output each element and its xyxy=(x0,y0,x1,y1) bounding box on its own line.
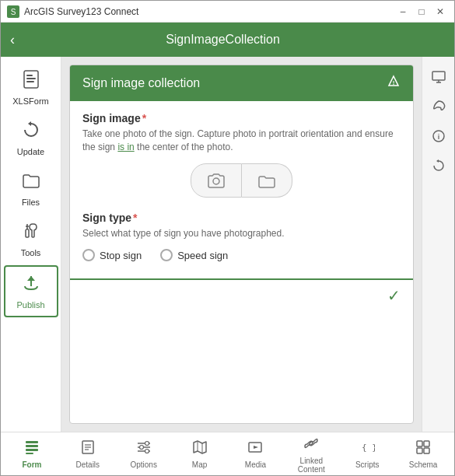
linked-content-tab-icon xyxy=(303,436,319,455)
tab-schema[interactable]: Schema xyxy=(404,436,443,473)
options-tab-label: Options xyxy=(130,460,156,470)
svg-rect-18 xyxy=(26,445,38,447)
radio-stop-label: Stop sign xyxy=(100,250,142,261)
sidebar-item-publish[interactable]: Publish xyxy=(4,265,58,317)
sidebar-item-tools[interactable]: Tools xyxy=(4,215,58,264)
svg-rect-20 xyxy=(26,453,33,454)
back-button[interactable]: ‹ xyxy=(10,32,15,48)
form-tab-label: Form xyxy=(22,460,41,470)
files-label: Files xyxy=(22,198,40,207)
sign-type-radio-group: Stop sign Speed sign xyxy=(82,249,401,261)
sidebar-item-xlsform[interactable]: XLSForm xyxy=(4,63,58,112)
image-capture-area xyxy=(82,163,401,198)
palette-icon[interactable] xyxy=(426,94,451,119)
tools-icon xyxy=(21,221,41,246)
app-title: SignImageCollection xyxy=(24,33,422,47)
app-header: ‹ SignImageCollection xyxy=(1,23,454,57)
app-name: ArcGIS Survey123 Connect xyxy=(24,6,395,17)
tab-linked-content[interactable]: LinkedContent xyxy=(292,432,331,476)
app-icon: S xyxy=(7,5,19,18)
maximize-button[interactable]: □ xyxy=(414,4,429,19)
schema-tab-icon xyxy=(415,439,431,459)
sidebar-item-update[interactable]: Update xyxy=(4,114,58,163)
scripts-tab-label: Scripts xyxy=(355,460,380,470)
update-label: Update xyxy=(17,147,44,156)
sign-type-required: * xyxy=(133,212,137,224)
tab-media[interactable]: Media xyxy=(236,436,275,473)
details-tab-icon xyxy=(80,439,96,459)
sign-image-hint: Take one photo of the sign. Capture phot… xyxy=(82,128,401,154)
sign-type-hint: Select what type of sign you have photog… xyxy=(82,227,401,240)
camera-button[interactable] xyxy=(191,163,242,198)
update-icon xyxy=(21,120,41,145)
linked-content-tab-label: LinkedContent xyxy=(298,457,325,474)
info-icon[interactable]: i xyxy=(426,124,451,149)
svg-rect-37 xyxy=(417,441,422,446)
media-tab-icon xyxy=(247,439,263,459)
card-header-alert-icon: ! xyxy=(387,75,401,92)
svg-point-30 xyxy=(145,450,149,453)
xlsform-label: XLSForm xyxy=(12,96,48,106)
tools-label: Tools xyxy=(21,248,41,257)
svg-point-28 xyxy=(145,442,149,446)
scripts-tab-icon: { } xyxy=(359,439,375,459)
card-header: Sign image collection ! xyxy=(70,65,413,101)
minimize-button[interactable]: – xyxy=(395,4,411,19)
publish-icon xyxy=(21,273,41,298)
svg-rect-4 xyxy=(26,78,36,79)
svg-marker-8 xyxy=(27,276,35,281)
form-tab-icon xyxy=(24,439,40,459)
sidebar-item-files[interactable]: Files xyxy=(4,164,58,213)
radio-speed-circle xyxy=(160,249,173,261)
tab-details[interactable]: Details xyxy=(68,436,107,473)
svg-text:S: S xyxy=(11,8,16,16)
window-controls: – □ ✕ xyxy=(395,4,448,19)
main-layout: XLSForm Update Files xyxy=(1,57,454,432)
folder-button[interactable] xyxy=(242,163,292,198)
svg-marker-16 xyxy=(436,159,439,163)
svg-rect-39 xyxy=(417,448,422,453)
schema-tab-label: Schema xyxy=(409,460,438,470)
options-tab-icon xyxy=(136,439,152,459)
svg-text:i: i xyxy=(437,133,439,141)
bottom-tabs: Form Details Options xyxy=(1,432,454,476)
sign-type-label: Sign type* xyxy=(82,212,401,224)
radio-speed-label: Speed sign xyxy=(177,250,228,261)
sign-image-required: * xyxy=(142,112,146,124)
survey-card: Sign image collection ! Sign image* Take… xyxy=(69,65,414,424)
tab-map[interactable]: Map xyxy=(180,436,219,473)
tab-scripts[interactable]: { } Scripts xyxy=(348,436,387,473)
files-icon xyxy=(21,170,41,195)
svg-rect-3 xyxy=(26,75,33,76)
svg-rect-17 xyxy=(26,441,38,443)
svg-point-29 xyxy=(139,446,143,450)
monitor-icon[interactable] xyxy=(426,65,451,89)
svg-rect-11 xyxy=(432,72,445,80)
refresh-icon[interactable] xyxy=(426,153,451,178)
radio-stop-circle xyxy=(82,249,95,261)
right-sidebar: i xyxy=(422,57,454,432)
close-button[interactable]: ✕ xyxy=(432,4,448,19)
svg-text:{  }: { } xyxy=(362,443,375,453)
sign-image-label: Sign image* xyxy=(82,112,401,124)
svg-text:!: ! xyxy=(393,79,395,86)
card-header-title: Sign image collection xyxy=(82,76,200,90)
svg-rect-38 xyxy=(424,441,429,446)
tab-form[interactable]: Form xyxy=(12,436,51,473)
svg-rect-40 xyxy=(424,448,429,453)
svg-rect-19 xyxy=(26,449,38,451)
map-tab-label: Map xyxy=(192,460,207,470)
details-tab-label: Details xyxy=(76,460,100,470)
card-body: Sign image* Take one photo of the sign. … xyxy=(70,101,413,272)
xlsform-icon xyxy=(21,69,41,94)
media-tab-label: Media xyxy=(245,460,266,470)
svg-marker-31 xyxy=(194,441,206,453)
tab-options[interactable]: Options xyxy=(124,436,163,473)
content-area: Sign image collection ! Sign image* Take… xyxy=(61,57,422,432)
svg-rect-5 xyxy=(26,81,34,82)
radio-speed-sign[interactable]: Speed sign xyxy=(160,249,228,261)
map-tab-icon xyxy=(192,439,208,459)
card-footer: ✓ xyxy=(70,278,413,311)
publish-label: Publish xyxy=(16,300,44,310)
radio-stop-sign[interactable]: Stop sign xyxy=(82,249,142,261)
